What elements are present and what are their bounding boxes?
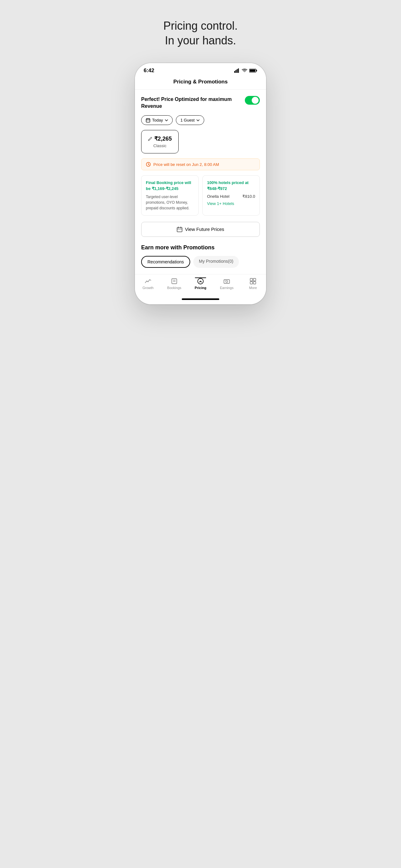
app-header-title: Pricing & Promotions xyxy=(173,79,228,85)
promotions-section: Earn more with Promotions Recommendation… xyxy=(141,244,260,268)
optimized-banner: Perfect! Price Optimized for maximum Rev… xyxy=(141,96,260,110)
reset-notice-text: Price will be reset on Jun 2, 8:00 AM xyxy=(153,162,219,167)
app-header: Pricing & Promotions xyxy=(135,76,266,90)
info-card-hotel-row: Onella Hotel ₹810.0 xyxy=(207,194,255,199)
hero-title: Pricing control. In your hands. xyxy=(163,19,238,48)
svg-rect-29 xyxy=(253,281,256,284)
svg-rect-27 xyxy=(253,278,256,281)
svg-rect-6 xyxy=(250,69,256,71)
promotions-title: Earn more with Promotions xyxy=(141,244,260,251)
view-hotels-link[interactable]: View 1+ Hotels xyxy=(207,201,255,206)
date-filter-button[interactable]: Today xyxy=(141,115,173,125)
page-wrapper: Pricing control. In your hands. 6:42 xyxy=(119,19,282,304)
toggle-knob xyxy=(252,97,259,104)
price-card-label: Classic xyxy=(153,144,166,148)
nav-item-earnings[interactable]: Earnings xyxy=(213,277,240,290)
more-icon xyxy=(249,277,257,285)
svg-line-13 xyxy=(148,165,149,165)
promo-tabs: Recommendations My Promotions(0) xyxy=(141,256,260,268)
svg-rect-26 xyxy=(250,278,253,281)
svg-rect-28 xyxy=(250,281,253,284)
view-future-prices-button[interactable]: View Future Prices xyxy=(141,222,260,237)
promo-tab-recommendations[interactable]: Recommendations xyxy=(141,256,190,268)
svg-rect-5 xyxy=(257,70,257,71)
hotel-price: ₹810.0 xyxy=(242,194,255,199)
filter-row: Today 1 Guest xyxy=(141,115,260,125)
pricing-icon xyxy=(197,277,204,285)
hero-text-block: Pricing control. In your hands. xyxy=(163,19,238,48)
nav-item-bookings[interactable]: Bookings xyxy=(161,277,188,290)
phone-frame: 6:42 xyxy=(135,63,266,304)
optimized-text: Perfect! Price Optimized for maximum Rev… xyxy=(141,96,242,110)
svg-point-24 xyxy=(226,281,228,282)
svg-rect-0 xyxy=(234,71,235,73)
svg-rect-3 xyxy=(238,68,239,73)
growth-icon xyxy=(144,277,152,285)
price-card-amount: ₹2,265 xyxy=(148,135,172,142)
info-card-hotels-title: 100% hotels priced at ₹648-₹972 xyxy=(207,180,255,191)
clock-icon xyxy=(146,162,151,167)
guests-filter-button[interactable]: 1 Guest xyxy=(176,115,205,125)
info-card-hotels: 100% hotels priced at ₹648-₹972 Onella H… xyxy=(202,175,260,215)
battery-icon xyxy=(249,68,257,73)
bookings-icon xyxy=(170,277,178,285)
calendar-icon xyxy=(146,118,150,122)
svg-rect-2 xyxy=(237,69,238,73)
nav-label-growth: Growth xyxy=(142,286,153,290)
pencil-icon xyxy=(148,136,153,141)
nav-label-more: More xyxy=(249,286,257,290)
info-card-booking: Final Booking price will be ₹1,169-₹2,24… xyxy=(141,175,199,215)
nav-label-earnings: Earnings xyxy=(220,286,233,290)
price-card: ₹2,265 Classic xyxy=(141,130,179,153)
promo-tab-my-promotions[interactable]: My Promotions(0) xyxy=(193,256,239,268)
guests-filter-label: 1 Guest xyxy=(180,118,195,122)
reset-notice: Price will be reset on Jun 2, 8:00 AM xyxy=(141,158,260,170)
svg-rect-1 xyxy=(235,70,236,73)
svg-rect-23 xyxy=(224,280,230,283)
phone-container: 6:42 xyxy=(135,63,266,304)
info-cards-row: Final Booking price will be ₹1,169-₹2,24… xyxy=(141,175,260,215)
nav-item-more[interactable]: More xyxy=(240,277,266,290)
home-bar xyxy=(182,299,219,300)
home-indicator xyxy=(135,296,266,304)
earnings-icon xyxy=(223,277,231,285)
svg-rect-14 xyxy=(177,227,182,232)
nav-item-growth[interactable]: Growth xyxy=(135,277,161,290)
info-card-booking-title: Final Booking price will be ₹1,169-₹2,24… xyxy=(146,180,194,191)
wifi-icon xyxy=(242,68,247,73)
calendar-icon-2 xyxy=(177,226,182,232)
status-icons xyxy=(234,68,257,73)
signal-icon xyxy=(234,68,240,73)
toggle-switch[interactable] xyxy=(245,96,260,105)
bottom-nav: Growth Bookings xyxy=(135,274,266,296)
date-filter-label: Today xyxy=(152,118,163,122)
future-btn-label: View Future Prices xyxy=(185,226,224,232)
nav-label-bookings: Bookings xyxy=(167,286,181,290)
nav-item-pricing[interactable]: Pricing xyxy=(188,277,213,290)
nav-label-pricing: Pricing xyxy=(195,286,206,290)
svg-rect-18 xyxy=(172,279,177,284)
chevron-down-icon-2 xyxy=(196,119,200,121)
chevron-down-icon xyxy=(165,119,168,121)
status-time: 6:42 xyxy=(144,67,154,74)
app-content: Perfect! Price Optimized for maximum Rev… xyxy=(135,90,266,274)
svg-rect-7 xyxy=(146,119,150,122)
hotel-name: Onella Hotel xyxy=(207,194,230,199)
svg-point-22 xyxy=(200,281,201,281)
status-bar: 6:42 xyxy=(135,63,266,76)
info-card-booking-desc: Targeted user-level promotions, OYO Mone… xyxy=(146,194,194,211)
